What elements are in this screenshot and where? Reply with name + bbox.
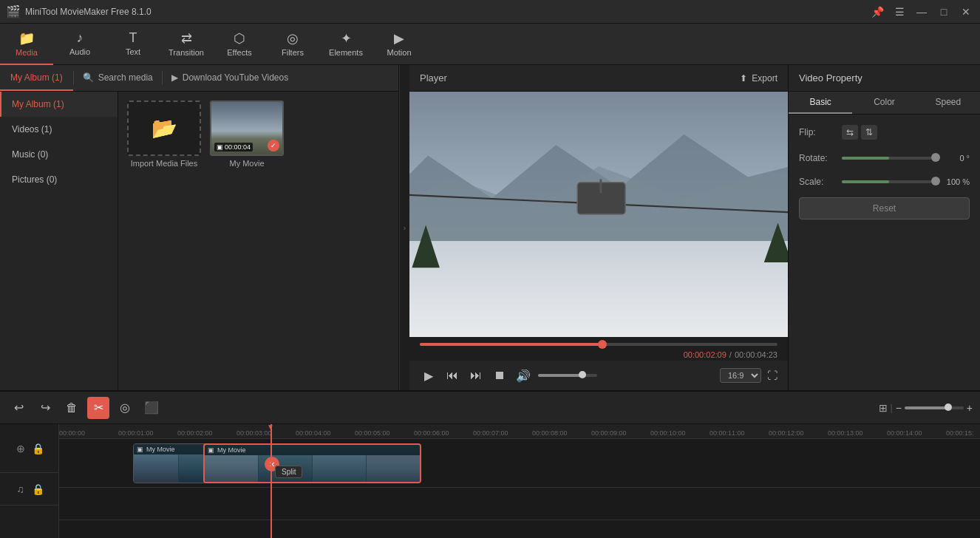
panel-collapse-button[interactable]: › (399, 65, 409, 390)
import-media-item[interactable]: 📂 Import Media Files (127, 101, 201, 168)
zoom-out-button[interactable]: − (896, 402, 902, 414)
folder-icon: 📂 (152, 116, 177, 140)
toolbar-item-elements[interactable]: ✦Elements (319, 24, 372, 65)
toolbar-item-effects[interactable]: ⬡Effects (213, 24, 266, 65)
reset-button[interactable]: Reset (799, 197, 970, 219)
timeline-track-controls: ⊕ 🔒 ♫ 🔒 (0, 424, 59, 538)
undo-button[interactable]: ↩ (7, 397, 30, 419)
ruler-content: 00:00:0000:00:01:0000:00:02:0000:00:03:0… (59, 424, 980, 438)
sidebar-item-pictures[interactable]: Pictures (0) (0, 167, 118, 192)
flip-row: Flip: ⇆ ⇅ (799, 125, 970, 140)
export-button[interactable]: ⬆ Export (740, 73, 777, 84)
progress-track[interactable] (420, 343, 777, 346)
zoom-fill (905, 406, 946, 409)
player-title: Player (420, 72, 447, 84)
my-movie-label: My Movie (229, 159, 264, 168)
lock-track-button[interactable]: 🔒 (31, 441, 46, 456)
play-button[interactable]: ▶ (420, 367, 438, 384)
rotate-row: Rotate: 0 ° (799, 153, 970, 163)
split-indicator: ✕ Split (270, 443, 272, 483)
toolbar-item-transition[interactable]: ⇄Transition (160, 24, 213, 65)
video-track-controls: ⊕ 🔒 (0, 424, 58, 473)
ruler-mark: 00:00:06:00 (414, 424, 449, 438)
ruler-mark: 00:00:10:00 (650, 424, 686, 438)
toolbar-item-filters[interactable]: ◎Filters (266, 24, 319, 65)
ruler-mark: 00:00:09:00 (591, 424, 627, 438)
my-movie-item[interactable]: ▣ 00:00:04 ✓ My Movie (210, 101, 284, 168)
prev-button[interactable]: ⏮ (443, 367, 461, 384)
tab-search-media[interactable]: 🔍 Search media (74, 65, 162, 91)
video-svg: ✦✦ (409, 92, 788, 337)
video-check-icon: ✓ (268, 140, 279, 151)
fullscreen-button[interactable]: ⛶ (767, 370, 777, 381)
sidebar-item-my-album[interactable]: My Album (1) (0, 92, 118, 117)
stop-button[interactable]: ⏹ (491, 367, 508, 384)
rotate-label: Rotate: (799, 153, 836, 163)
timeline-scroll-area[interactable]: 00:00:0000:00:01:0000:00:02:0000:00:03:0… (59, 424, 980, 538)
add-track-button[interactable]: ⊕ (13, 441, 28, 456)
zoom-in-button[interactable]: + (967, 402, 973, 414)
film-icon-1: ▣ (137, 446, 143, 453)
rotate-slider[interactable] (842, 157, 936, 160)
flip-vertical-button[interactable]: ⇅ (861, 125, 877, 140)
properties-tabs: Basic Color Speed (789, 92, 980, 115)
toolbar-item-motion[interactable]: ▶Motion (372, 24, 426, 65)
pin-button[interactable]: 📌 (869, 4, 885, 20)
clip-2-label: My Movie (217, 446, 246, 454)
close-button[interactable]: ✕ (958, 4, 974, 20)
volume-slider[interactable] (538, 374, 597, 377)
toolbar-item-text[interactable]: TText (106, 24, 160, 65)
volume-button[interactable]: 🔊 (514, 367, 532, 384)
left-panel: My Album (1) 🔍 Search media ▶ Download Y… (0, 65, 399, 390)
ruler-mark: 00:00:02:00 (177, 424, 213, 438)
timeline-tracks: ▣ My Movie ✕ Split (59, 439, 980, 538)
split-button[interactable]: ✂ (87, 397, 109, 419)
maximize-button[interactable]: □ (936, 4, 952, 20)
player-panel: Player ⬆ Export (409, 65, 788, 390)
properties-panel: Video Property Basic Color Speed Flip: ⇆… (788, 65, 980, 390)
sidebar-item-videos[interactable]: Videos (1) (0, 117, 118, 142)
next-button[interactable]: ⏭ (467, 367, 485, 384)
crop-button[interactable]: ⬛ (140, 397, 163, 419)
tab-color[interactable]: Color (852, 92, 916, 114)
youtube-icon: ▶ (171, 72, 178, 83)
minimize-button[interactable]: — (913, 4, 930, 20)
time-current: 00:00:02:09 (684, 350, 727, 359)
toolbar-item-audio[interactable]: ♪Audio (53, 24, 106, 65)
ruler-mark: 00:00:13:00 (828, 424, 863, 438)
flip-label: Flip: (799, 127, 836, 137)
lock-audio-button[interactable]: 🔒 (31, 482, 46, 497)
tab-youtube[interactable]: ▶ Download YouTube Videos (163, 65, 398, 91)
tab-basic[interactable]: Basic (789, 92, 852, 114)
video-duration-badge: ▣ 00:00:04 (214, 143, 253, 151)
tab-my-album[interactable]: My Album (1) (0, 65, 73, 91)
clip-2[interactable]: ▣ My Movie (203, 443, 421, 483)
aspect-ratio-select[interactable]: 16:9 4:3 1:1 9:16 (720, 368, 761, 383)
progress-bar[interactable] (409, 337, 788, 349)
flip-horizontal-button[interactable]: ⇆ (842, 125, 858, 140)
delete-button[interactable]: 🗑 (61, 397, 83, 419)
redo-button[interactable]: ↪ (34, 397, 56, 419)
zoom-thumb (945, 404, 952, 411)
scale-fill (842, 180, 889, 183)
my-movie-thumb: ▣ 00:00:04 ✓ (210, 101, 284, 156)
toolbar-item-media[interactable]: 📁Media (0, 24, 53, 65)
filters-icon: ◎ (287, 30, 299, 47)
player-controls: ▶ ⏮ ⏭ ⏹ 🔊 16:9 4:3 1:1 9:16 ⛶ (409, 361, 788, 390)
elements-icon: ✦ (341, 30, 352, 47)
tab-speed[interactable]: Speed (916, 92, 980, 114)
split-tooltip: Split (275, 466, 302, 478)
timeline-toolbar: ↩ ↪ 🗑 ✂ ◎ ⬛ ⊞ | − + (0, 392, 980, 424)
flip-buttons: ⇆ ⇅ (842, 125, 877, 140)
clip-1-label: My Movie (146, 446, 175, 453)
zoom-slider[interactable] (905, 406, 964, 409)
timeline-body: ⊕ 🔒 ♫ 🔒 00:00:0000:00:01:0000:00:02:0000… (0, 424, 980, 538)
menu-button[interactable]: ☰ (891, 4, 908, 20)
film-icon-2: ▣ (208, 446, 214, 454)
detach-audio-button[interactable]: ◎ (114, 397, 136, 419)
ruler-mark: 00:00:15: (946, 424, 974, 438)
scale-slider[interactable] (842, 180, 936, 183)
sidebar-item-music[interactable]: Music (0) (0, 142, 118, 167)
app-title: MiniTool MovieMaker Free 8.1.0 (25, 7, 869, 17)
audio-icon: ♪ (77, 30, 84, 46)
